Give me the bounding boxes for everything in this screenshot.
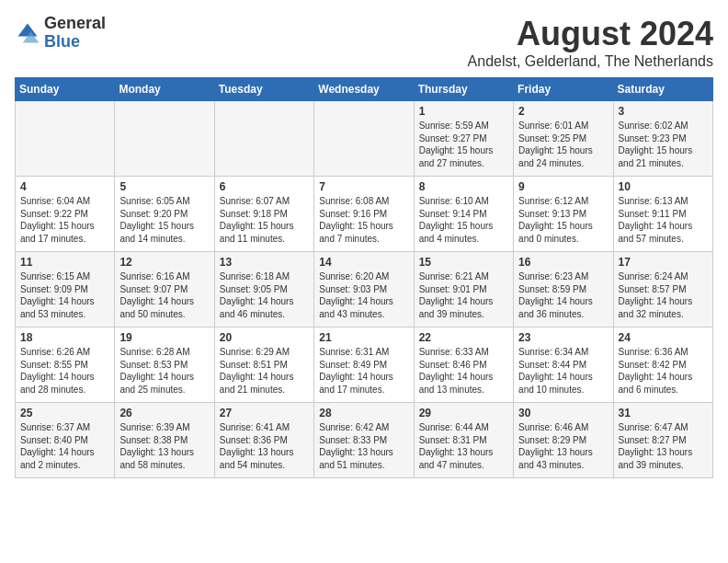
calendar-cell: 7Sunrise: 6:08 AM Sunset: 9:16 PM Daylig… [314,177,414,252]
day-number: 14 [319,256,408,269]
day-info: Sunrise: 6:10 AM Sunset: 9:14 PM Dayligh… [419,195,508,245]
day-info: Sunrise: 6:42 AM Sunset: 8:33 PM Dayligh… [319,421,408,471]
day-info: Sunrise: 6:04 AM Sunset: 9:22 PM Dayligh… [20,195,109,245]
calendar-cell: 21Sunrise: 6:31 AM Sunset: 8:49 PM Dayli… [314,327,414,403]
logo-general: General [44,15,106,33]
calendar-table: SundayMondayTuesdayWednesdayThursdayFrid… [15,77,713,478]
day-info: Sunrise: 6:31 AM Sunset: 8:49 PM Dayligh… [319,346,408,396]
calendar-cell [214,101,313,177]
day-info: Sunrise: 6:21 AM Sunset: 9:01 PM Dayligh… [419,270,508,320]
day-number: 31 [619,407,708,419]
day-number: 28 [319,407,408,419]
calendar-cell: 10Sunrise: 6:13 AM Sunset: 9:11 PM Dayli… [613,177,712,252]
calendar-cell: 16Sunrise: 6:23 AM Sunset: 8:59 PM Dayli… [514,252,613,327]
calendar-cell: 17Sunrise: 6:24 AM Sunset: 8:57 PM Dayli… [613,252,712,327]
day-number: 12 [119,256,209,269]
logo-text: General Blue [44,15,106,52]
day-info: Sunrise: 6:18 AM Sunset: 9:05 PM Dayligh… [220,270,309,320]
calendar-cell: 31Sunrise: 6:47 AM Sunset: 8:27 PM Dayli… [613,403,712,478]
day-info: Sunrise: 6:46 AM Sunset: 8:29 PM Dayligh… [518,421,608,471]
calendar-cell [314,101,414,177]
day-number: 6 [220,180,309,193]
page-title: August 2024 [468,15,713,53]
column-header-saturday: Saturday [613,78,712,101]
day-number: 13 [220,256,309,269]
calendar-week-2: 4Sunrise: 6:04 AM Sunset: 9:22 PM Daylig… [16,177,713,252]
calendar-cell: 22Sunrise: 6:33 AM Sunset: 8:46 PM Dayli… [414,327,513,403]
day-number: 18 [20,331,109,344]
day-info: Sunrise: 6:08 AM Sunset: 9:16 PM Dayligh… [319,195,408,245]
day-info: Sunrise: 6:39 AM Sunset: 8:38 PM Dayligh… [119,421,209,471]
column-header-monday: Monday [115,78,214,101]
day-number: 24 [619,331,708,344]
day-number: 15 [419,256,508,269]
calendar-cell [115,101,214,177]
day-number: 22 [419,331,508,344]
calendar-cell: 29Sunrise: 6:44 AM Sunset: 8:31 PM Dayli… [414,403,513,478]
day-info: Sunrise: 6:01 AM Sunset: 9:25 PM Dayligh… [518,120,608,169]
calendar-cell: 23Sunrise: 6:34 AM Sunset: 8:44 PM Dayli… [514,327,613,403]
day-number: 26 [119,407,209,419]
calendar-cell: 11Sunrise: 6:15 AM Sunset: 9:09 PM Dayli… [16,252,115,327]
calendar-cell: 20Sunrise: 6:29 AM Sunset: 8:51 PM Dayli… [214,327,313,403]
logo-blue: Blue [44,33,106,52]
calendar-cell: 2Sunrise: 6:01 AM Sunset: 9:25 PM Daylig… [514,101,613,177]
day-info: Sunrise: 6:24 AM Sunset: 8:57 PM Dayligh… [619,270,708,320]
day-info: Sunrise: 6:02 AM Sunset: 9:23 PM Dayligh… [619,120,708,169]
day-number: 8 [419,180,508,193]
column-header-tuesday: Tuesday [214,78,313,101]
calendar-week-4: 18Sunrise: 6:26 AM Sunset: 8:55 PM Dayli… [16,327,713,403]
day-info: Sunrise: 5:59 AM Sunset: 9:27 PM Dayligh… [419,120,508,169]
column-header-sunday: Sunday [16,78,115,101]
day-info: Sunrise: 6:34 AM Sunset: 8:44 PM Dayligh… [518,346,608,396]
day-number: 11 [20,256,109,269]
day-number: 5 [119,180,209,193]
day-number: 4 [20,180,109,193]
column-header-thursday: Thursday [414,78,513,101]
day-info: Sunrise: 6:28 AM Sunset: 8:53 PM Dayligh… [119,346,209,396]
calendar-cell: 24Sunrise: 6:36 AM Sunset: 8:42 PM Dayli… [613,327,712,403]
day-info: Sunrise: 6:37 AM Sunset: 8:40 PM Dayligh… [20,421,109,471]
svg-marker-0 [18,23,38,36]
calendar-cell: 6Sunrise: 6:07 AM Sunset: 9:18 PM Daylig… [214,177,313,252]
day-info: Sunrise: 6:44 AM Sunset: 8:31 PM Dayligh… [419,421,508,471]
calendar-cell: 18Sunrise: 6:26 AM Sunset: 8:55 PM Dayli… [16,327,115,403]
calendar-cell: 4Sunrise: 6:04 AM Sunset: 9:22 PM Daylig… [16,177,115,252]
calendar-cell: 5Sunrise: 6:05 AM Sunset: 9:20 PM Daylig… [115,177,214,252]
day-number: 30 [518,407,608,419]
calendar-week-3: 11Sunrise: 6:15 AM Sunset: 9:09 PM Dayli… [16,252,713,327]
day-info: Sunrise: 6:41 AM Sunset: 8:36 PM Dayligh… [220,421,309,471]
calendar-cell: 13Sunrise: 6:18 AM Sunset: 9:05 PM Dayli… [214,252,313,327]
day-number: 19 [119,331,209,344]
day-number: 10 [619,180,708,193]
day-info: Sunrise: 6:26 AM Sunset: 8:55 PM Dayligh… [20,346,109,396]
calendar-header-row: SundayMondayTuesdayWednesdayThursdayFrid… [16,78,713,101]
day-number: 27 [220,407,309,419]
day-info: Sunrise: 6:05 AM Sunset: 9:20 PM Dayligh… [119,195,209,245]
day-number: 2 [518,105,608,118]
calendar-cell [16,101,115,177]
day-number: 20 [220,331,309,344]
logo: General Blue [15,15,106,52]
day-number: 3 [619,105,708,118]
calendar-cell: 30Sunrise: 6:46 AM Sunset: 8:29 PM Dayli… [514,403,613,478]
day-number: 23 [518,331,608,344]
column-header-wednesday: Wednesday [314,78,414,101]
day-number: 1 [419,105,508,118]
day-number: 9 [518,180,608,193]
day-info: Sunrise: 6:36 AM Sunset: 8:42 PM Dayligh… [619,346,708,396]
calendar-week-1: 1Sunrise: 5:59 AM Sunset: 9:27 PM Daylig… [16,101,713,177]
day-number: 7 [319,180,408,193]
day-info: Sunrise: 6:07 AM Sunset: 9:18 PM Dayligh… [220,195,309,245]
column-header-friday: Friday [514,78,613,101]
day-number: 21 [319,331,408,344]
day-info: Sunrise: 6:16 AM Sunset: 9:07 PM Dayligh… [119,270,209,320]
calendar-cell: 3Sunrise: 6:02 AM Sunset: 9:23 PM Daylig… [613,101,712,177]
calendar-cell: 1Sunrise: 5:59 AM Sunset: 9:27 PM Daylig… [414,101,513,177]
day-info: Sunrise: 6:12 AM Sunset: 9:13 PM Dayligh… [518,195,608,245]
calendar-week-5: 25Sunrise: 6:37 AM Sunset: 8:40 PM Dayli… [16,403,713,478]
day-info: Sunrise: 6:20 AM Sunset: 9:03 PM Dayligh… [319,270,408,320]
calendar-cell: 9Sunrise: 6:12 AM Sunset: 9:13 PM Daylig… [514,177,613,252]
title-block: August 2024 Andelst, Gelderland, The Net… [468,15,713,70]
day-number: 29 [419,407,508,419]
